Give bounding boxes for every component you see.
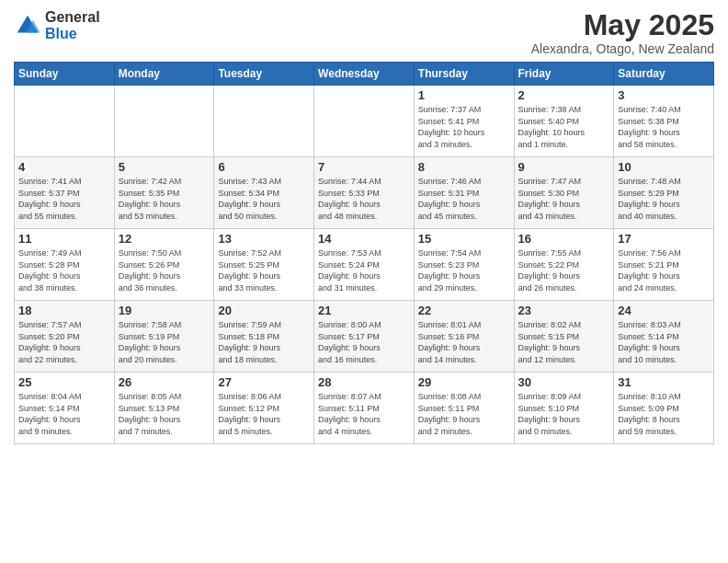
- col-monday: Monday: [114, 63, 214, 86]
- table-row: 29Sunrise: 8:08 AM Sunset: 5:11 PM Dayli…: [414, 373, 514, 444]
- day-info: Sunrise: 7:50 AM Sunset: 5:26 PM Dayligh…: [119, 247, 210, 293]
- table-row: 8Sunrise: 7:46 AM Sunset: 5:31 PM Daylig…: [414, 157, 514, 229]
- calendar-table: Sunday Monday Tuesday Wednesday Thursday…: [14, 62, 714, 444]
- table-row: 22Sunrise: 8:01 AM Sunset: 5:16 PM Dayli…: [414, 301, 514, 373]
- table-row: 14Sunrise: 7:53 AM Sunset: 5:24 PM Dayli…: [314, 229, 415, 301]
- day-number: 13: [218, 232, 310, 246]
- day-info: Sunrise: 7:46 AM Sunset: 5:31 PM Dayligh…: [418, 176, 510, 222]
- day-info: Sunrise: 7:42 AM Sunset: 5:35 PM Dayligh…: [119, 176, 210, 222]
- calendar-body: 1Sunrise: 7:37 AM Sunset: 5:41 PM Daylig…: [15, 86, 714, 444]
- day-info: Sunrise: 7:40 AM Sunset: 5:38 PM Dayligh…: [618, 104, 710, 150]
- day-info: Sunrise: 7:56 AM Sunset: 5:21 PM Dayligh…: [618, 247, 710, 293]
- day-number: 21: [318, 304, 410, 317]
- day-info: Sunrise: 8:05 AM Sunset: 5:13 PM Dayligh…: [119, 391, 210, 437]
- day-info: Sunrise: 8:01 AM Sunset: 5:16 PM Dayligh…: [418, 319, 510, 365]
- day-number: 31: [618, 375, 710, 389]
- day-number: 3: [618, 88, 710, 102]
- day-number: 2: [518, 88, 610, 102]
- day-info: Sunrise: 8:08 AM Sunset: 5:11 PM Dayligh…: [418, 391, 510, 437]
- day-info: Sunrise: 7:55 AM Sunset: 5:22 PM Dayligh…: [518, 247, 610, 293]
- col-friday: Friday: [514, 63, 614, 86]
- table-row: 2Sunrise: 7:38 AM Sunset: 5:40 PM Daylig…: [514, 86, 614, 157]
- calendar-header-row: Sunday Monday Tuesday Wednesday Thursday…: [15, 63, 714, 86]
- table-row: 31Sunrise: 8:10 AM Sunset: 5:09 PM Dayli…: [614, 373, 714, 444]
- day-info: Sunrise: 8:09 AM Sunset: 5:10 PM Dayligh…: [518, 391, 610, 437]
- day-number: 18: [18, 304, 110, 317]
- day-number: 10: [618, 160, 710, 174]
- table-row: 12Sunrise: 7:50 AM Sunset: 5:26 PM Dayli…: [114, 229, 214, 301]
- day-info: Sunrise: 7:58 AM Sunset: 5:19 PM Dayligh…: [119, 319, 210, 365]
- table-row: 24Sunrise: 8:03 AM Sunset: 5:14 PM Dayli…: [614, 301, 714, 373]
- day-info: Sunrise: 7:59 AM Sunset: 5:18 PM Dayligh…: [218, 319, 310, 365]
- table-row: 4Sunrise: 7:41 AM Sunset: 5:37 PM Daylig…: [15, 157, 115, 229]
- table-row: 28Sunrise: 8:07 AM Sunset: 5:11 PM Dayli…: [314, 373, 415, 444]
- day-number: 12: [119, 232, 210, 246]
- day-info: Sunrise: 7:49 AM Sunset: 5:28 PM Dayligh…: [18, 247, 110, 293]
- day-info: Sunrise: 7:44 AM Sunset: 5:33 PM Dayligh…: [318, 176, 410, 222]
- table-row: 6Sunrise: 7:43 AM Sunset: 5:34 PM Daylig…: [214, 157, 314, 229]
- day-number: 23: [518, 304, 610, 317]
- logo-general-label: General: [45, 9, 100, 26]
- day-number: 22: [418, 304, 510, 317]
- day-info: Sunrise: 7:52 AM Sunset: 5:25 PM Dayligh…: [218, 247, 310, 293]
- location: Alexandra, Otago, New Zealand: [531, 41, 714, 56]
- day-info: Sunrise: 8:03 AM Sunset: 5:14 PM Dayligh…: [618, 319, 710, 365]
- col-wednesday: Wednesday: [314, 63, 415, 86]
- calendar-week-row: 11Sunrise: 7:49 AM Sunset: 5:28 PM Dayli…: [15, 229, 714, 301]
- table-row: 26Sunrise: 8:05 AM Sunset: 5:13 PM Dayli…: [114, 373, 214, 444]
- page: General Blue May 2025 Alexandra, Otago, …: [0, 0, 728, 563]
- day-number: 28: [318, 375, 410, 389]
- table-row: 16Sunrise: 7:55 AM Sunset: 5:22 PM Dayli…: [514, 229, 614, 301]
- table-row: 30Sunrise: 8:09 AM Sunset: 5:10 PM Dayli…: [514, 373, 614, 444]
- table-row: 10Sunrise: 7:48 AM Sunset: 5:29 PM Dayli…: [614, 157, 714, 229]
- table-row: 25Sunrise: 8:04 AM Sunset: 5:14 PM Dayli…: [15, 373, 115, 444]
- day-info: Sunrise: 8:07 AM Sunset: 5:11 PM Dayligh…: [318, 391, 410, 437]
- day-number: 16: [518, 232, 610, 246]
- table-row: 17Sunrise: 7:56 AM Sunset: 5:21 PM Dayli…: [614, 229, 714, 301]
- table-row: 18Sunrise: 7:57 AM Sunset: 5:20 PM Dayli…: [15, 301, 115, 373]
- day-info: Sunrise: 7:43 AM Sunset: 5:34 PM Dayligh…: [218, 176, 310, 222]
- table-row: 19Sunrise: 7:58 AM Sunset: 5:19 PM Dayli…: [114, 301, 214, 373]
- col-saturday: Saturday: [614, 63, 714, 86]
- header: General Blue May 2025 Alexandra, Otago, …: [14, 9, 714, 56]
- title-block: May 2025 Alexandra, Otago, New Zealand: [531, 9, 714, 56]
- table-row: 23Sunrise: 8:02 AM Sunset: 5:15 PM Dayli…: [514, 301, 614, 373]
- table-row: 7Sunrise: 7:44 AM Sunset: 5:33 PM Daylig…: [314, 157, 415, 229]
- table-row: 20Sunrise: 7:59 AM Sunset: 5:18 PM Dayli…: [214, 301, 314, 373]
- day-number: 1: [418, 88, 510, 102]
- logo: General Blue: [14, 9, 100, 41]
- logo-text: General Blue: [45, 9, 100, 41]
- day-info: Sunrise: 7:48 AM Sunset: 5:29 PM Dayligh…: [618, 176, 710, 222]
- col-sunday: Sunday: [15, 63, 115, 86]
- table-row: 13Sunrise: 7:52 AM Sunset: 5:25 PM Dayli…: [214, 229, 314, 301]
- calendar-week-row: 1Sunrise: 7:37 AM Sunset: 5:41 PM Daylig…: [15, 86, 714, 157]
- col-tuesday: Tuesday: [214, 63, 314, 86]
- day-number: 11: [18, 232, 110, 246]
- logo-blue-label: Blue: [45, 26, 100, 42]
- day-info: Sunrise: 7:41 AM Sunset: 5:37 PM Dayligh…: [18, 176, 110, 222]
- table-row: [314, 86, 415, 157]
- day-info: Sunrise: 7:57 AM Sunset: 5:20 PM Dayligh…: [18, 319, 110, 365]
- table-row: 27Sunrise: 8:06 AM Sunset: 5:12 PM Dayli…: [214, 373, 314, 444]
- day-number: 26: [119, 375, 210, 389]
- day-number: 20: [218, 304, 310, 317]
- day-info: Sunrise: 7:38 AM Sunset: 5:40 PM Dayligh…: [518, 104, 610, 150]
- month-title: May 2025: [531, 9, 714, 41]
- day-number: 29: [418, 375, 510, 389]
- table-row: [15, 86, 115, 157]
- day-number: 4: [18, 160, 110, 174]
- table-row: 3Sunrise: 7:40 AM Sunset: 5:38 PM Daylig…: [614, 86, 714, 157]
- day-number: 27: [218, 375, 310, 389]
- day-info: Sunrise: 7:47 AM Sunset: 5:30 PM Dayligh…: [518, 176, 610, 222]
- day-info: Sunrise: 7:37 AM Sunset: 5:41 PM Dayligh…: [418, 104, 510, 150]
- calendar-week-row: 25Sunrise: 8:04 AM Sunset: 5:14 PM Dayli…: [15, 373, 714, 444]
- table-row: [214, 86, 314, 157]
- day-number: 25: [18, 375, 110, 389]
- day-number: 19: [119, 304, 210, 317]
- day-number: 17: [618, 232, 710, 246]
- day-number: 15: [418, 232, 510, 246]
- table-row: 5Sunrise: 7:42 AM Sunset: 5:35 PM Daylig…: [114, 157, 214, 229]
- day-info: Sunrise: 8:10 AM Sunset: 5:09 PM Dayligh…: [618, 391, 710, 437]
- calendar-week-row: 18Sunrise: 7:57 AM Sunset: 5:20 PM Dayli…: [15, 301, 714, 373]
- table-row: 11Sunrise: 7:49 AM Sunset: 5:28 PM Dayli…: [15, 229, 115, 301]
